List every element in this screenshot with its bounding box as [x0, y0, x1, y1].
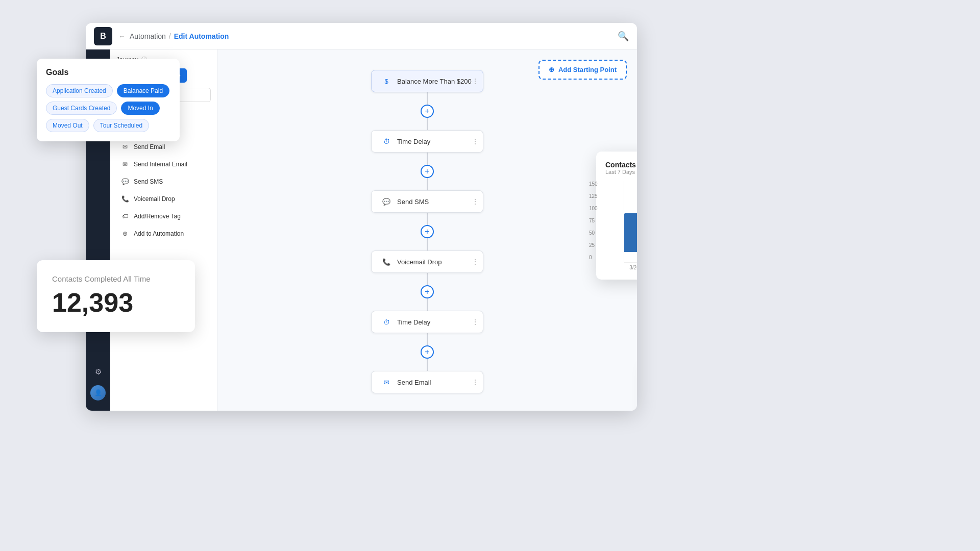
time-delay-icon-2: ⏱ — [381, 316, 392, 328]
send-internal-email-label: Send Internal Email — [134, 161, 187, 168]
time-delay-icon-1: ⏱ — [381, 136, 392, 147]
add-starting-point-label: Add Starting Point — [558, 66, 617, 73]
node-flow: $ Balance More Than $200 ⋮ + ⏱ Time Dela… — [228, 70, 627, 393]
logo: B — [94, 27, 112, 45]
connector-10 — [427, 359, 428, 371]
add-starting-point-button[interactable]: ⊕ Add Starting Point — [538, 60, 627, 80]
voicemail-icon: 📞 — [120, 194, 130, 204]
voicemail-label: Voicemail Drop — [134, 195, 175, 203]
panel-item-send-sms[interactable]: 💬 Send SMS — [116, 173, 211, 190]
connector-2 — [427, 118, 428, 130]
time-delay-label-1: Time Delay — [397, 138, 430, 145]
send-email-label: Send Email — [134, 143, 165, 151]
goal-tag-movedin[interactable]: Moved In — [121, 102, 159, 115]
send-sms-label: Send SMS — [134, 178, 163, 185]
top-bar: B ← Automation / Edit Automation 🔍 — [86, 23, 637, 49]
goal-tag-guest[interactable]: Guest Cards Created — [46, 102, 117, 115]
chart-bars — [624, 181, 637, 263]
search-icon[interactable]: 🔍 — [618, 31, 629, 42]
goals-title: Goals — [46, 68, 170, 77]
goal-tag-tour[interactable]: Tour Scheduled — [93, 119, 149, 132]
panel-item-voicemail[interactable]: 📞 Voicemail Drop — [116, 191, 211, 207]
add-automation-icon: ⊕ — [120, 229, 130, 238]
chart-subtitle: Last 7 Days — [605, 169, 637, 175]
voicemail-node[interactable]: 📞 Voicemail Drop ⋮ — [371, 251, 483, 273]
panel-item-send-internal-email[interactable]: ✉ Send Internal Email — [116, 156, 211, 172]
time-delay-label-2: Time Delay — [397, 318, 430, 326]
connector-6 — [427, 238, 428, 251]
node-menu-5[interactable]: ⋮ — [472, 378, 479, 386]
node-menu-1[interactable]: ⋮ — [472, 137, 479, 145]
add-automation-label: Add to Automation — [134, 230, 184, 237]
node-menu-3[interactable]: ⋮ — [472, 258, 479, 266]
trigger-label: Balance More Than $200 — [397, 78, 472, 85]
panel-item-add-automation[interactable]: ⊕ Add to Automation — [116, 226, 211, 242]
back-arrow[interactable]: ← — [118, 32, 126, 40]
send-email-icon: ✉ — [120, 142, 130, 152]
chart-x-labels: 3/24 3/25 3/26 3/27 3/28 3/29 3/30 — [624, 265, 637, 270]
chart-y-labels: 150 125 100 75 50 25 0 — [589, 181, 598, 260]
breadcrumb-sep: / — [169, 32, 171, 40]
add-node-1[interactable]: + — [421, 105, 434, 118]
panel-item-tag[interactable]: 🏷 Add/Remove Tag — [116, 208, 211, 224]
time-delay-node-2[interactable]: ⏱ Time Delay ⋮ — [371, 311, 483, 333]
add-node-3[interactable]: + — [421, 225, 434, 238]
trigger-node[interactable]: $ Balance More Than $200 ⋮ — [371, 70, 483, 92]
x-label-1: 3/24 — [624, 265, 637, 270]
sidebar-bottom: ⚙ 👤 — [89, 363, 107, 405]
completed-card: Contacts Completed All Time 12,393 — [37, 260, 195, 332]
breadcrumb-current: Edit Automation — [174, 32, 229, 40]
goal-tag-balance[interactable]: Balanace Paid — [117, 84, 169, 97]
completed-label: Contacts Completed All Time — [52, 274, 180, 283]
canvas: ⊕ Add Starting Point $ Balance More Than… — [217, 49, 637, 411]
add-node-5[interactable]: + — [421, 345, 434, 359]
connector-3 — [427, 153, 428, 165]
completed-number: 12,393 — [52, 287, 180, 318]
node-menu-2[interactable]: ⋮ — [472, 197, 479, 206]
add-node-4[interactable]: + — [421, 285, 434, 298]
voicemail-canvas-icon: 📞 — [381, 256, 392, 267]
user-avatar[interactable]: 👤 — [90, 385, 106, 400]
time-delay-node-1[interactable]: ⏱ Time Delay ⋮ — [371, 130, 483, 153]
goals-tags: Application Created Balanace Paid Guest … — [46, 84, 170, 132]
send-sms-canvas-label: Send SMS — [397, 198, 429, 206]
send-internal-email-icon: ✉ — [120, 160, 130, 169]
send-sms-icon: 💬 — [120, 177, 130, 186]
connector-9 — [427, 333, 428, 345]
send-sms-canvas-icon: 💬 — [381, 196, 392, 207]
bar-1 — [624, 213, 637, 252]
send-email-node[interactable]: ✉ Send Email ⋮ — [371, 371, 483, 393]
tag-label: Add/Remove Tag — [134, 213, 181, 220]
send-email-canvas-icon: ✉ — [381, 377, 392, 388]
goal-tag-movedout[interactable]: Moved Out — [46, 119, 89, 132]
voicemail-canvas-label: Voicemail Drop — [397, 258, 442, 266]
tag-icon: 🏷 — [120, 212, 130, 221]
send-email-canvas-label: Send Email — [397, 379, 431, 386]
add-node-2[interactable]: + — [421, 165, 434, 178]
goal-tag-application[interactable]: Application Created — [46, 84, 113, 97]
connector-7 — [427, 273, 428, 285]
connector-5 — [427, 213, 428, 225]
send-sms-node[interactable]: 💬 Send SMS ⋮ — [371, 190, 483, 213]
sidebar-icon-settings[interactable]: ⚙ — [89, 363, 107, 381]
connector-4 — [427, 178, 428, 190]
node-menu-trigger[interactable]: ⋮ — [472, 77, 479, 85]
breadcrumb-parent[interactable]: Automation — [130, 32, 166, 40]
node-menu-4[interactable]: ⋮ — [472, 318, 479, 326]
breadcrumb: Automation / Edit Automation — [130, 32, 229, 40]
connector-1 — [427, 92, 428, 105]
connector-8 — [427, 298, 428, 311]
add-starting-point-icon: ⊕ — [549, 66, 554, 73]
trigger-icon: $ — [381, 76, 392, 87]
chart-card: Contacts Added Last 7 Days 150 125 100 7… — [596, 152, 637, 280]
chart-title: Contacts Added — [605, 161, 637, 169]
goals-popup: Goals Application Created Balanace Paid … — [37, 59, 180, 141]
